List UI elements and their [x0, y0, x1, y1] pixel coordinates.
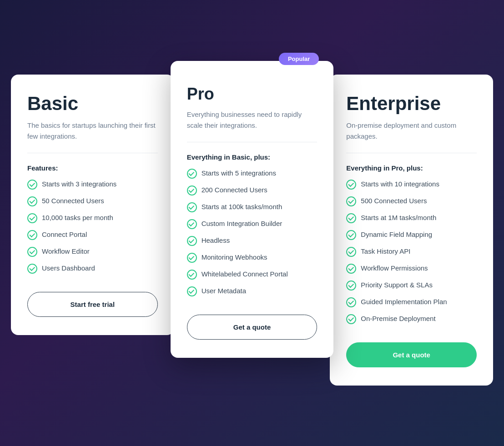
feature-text: Starts with 3 integrations: [42, 179, 116, 189]
feature-text: Monitoring Webhooks: [202, 252, 267, 262]
feature-text: 50 Connected Users: [42, 196, 104, 205]
list-item: Starts with 10 integrations: [346, 179, 477, 190]
check-icon: [27, 196, 37, 206]
enterprise-features-list: Starts with 10 integrations500 Connected…: [346, 179, 477, 324]
basic-divider: [27, 153, 158, 153]
list-item: 200 Connected Users: [187, 185, 318, 195]
basic-features-label: Features:: [27, 164, 158, 172]
list-item: Users Dashboard: [27, 263, 158, 274]
feature-text: Priority Support & SLAs: [361, 280, 433, 290]
check-icon: [27, 230, 37, 240]
enterprise-divider: [346, 153, 477, 153]
check-icon: [346, 247, 356, 257]
check-icon: [346, 281, 356, 291]
check-icon: [187, 219, 197, 229]
feature-text: 500 Connected Users: [361, 196, 427, 205]
list-item: 10,000 tasks per month: [27, 213, 158, 223]
check-icon: [187, 270, 197, 280]
pricing-container: Basic The basics for startups launching …: [11, 61, 493, 386]
list-item: On-Premise Deployment: [346, 314, 477, 324]
pro-features-label: Everything in Basic, plus:: [187, 153, 318, 161]
basic-features-list: Starts with 3 integrations50 Connected U…: [27, 179, 158, 274]
feature-text: Headless: [202, 236, 230, 245]
enterprise-features-label: Everything in Pro, plus:: [346, 164, 477, 172]
check-icon: [187, 202, 197, 212]
list-item: Guided Implementation Plan: [346, 297, 477, 307]
list-item: Custom Integration Builder: [187, 219, 318, 229]
list-item: Workflow Permissions: [346, 263, 477, 274]
feature-text: 200 Connected Users: [202, 185, 267, 195]
feature-text: Connect Portal: [42, 230, 87, 239]
list-item: Starts at 1M tasks/month: [346, 213, 477, 223]
list-item: Starts with 3 integrations: [27, 179, 158, 190]
feature-text: Users Dashboard: [42, 263, 95, 273]
list-item: Connect Portal: [27, 230, 158, 240]
basic-plan-name: Basic: [27, 93, 158, 115]
feature-text: Starts at 100k tasks/month: [202, 202, 282, 211]
feature-text: Starts with 5 integrations: [202, 168, 276, 178]
check-icon: [346, 180, 356, 190]
list-item: Whitelabeled Connect Portal: [187, 269, 318, 280]
enterprise-plan-name: Enterprise: [346, 93, 477, 115]
feature-text: Dynamic Field Mapping: [361, 230, 432, 239]
list-item: Workflow Editor: [27, 246, 158, 257]
feature-text: Workflow Editor: [42, 246, 90, 256]
list-item: Priority Support & SLAs: [346, 280, 477, 291]
check-icon: [346, 297, 356, 307]
check-icon: [187, 169, 197, 179]
check-icon: [346, 264, 356, 274]
check-icon: [27, 213, 37, 223]
feature-text: Task History API: [361, 246, 410, 256]
enterprise-card: Enterprise On-premise deployment and cus…: [330, 75, 493, 386]
list-item: 500 Connected Users: [346, 196, 477, 206]
pro-features-list: Starts with 5 integrations200 Connected …: [187, 168, 318, 296]
feature-text: 10,000 tasks per month: [42, 213, 113, 222]
list-item: Headless: [187, 236, 318, 246]
basic-card: Basic The basics for startups launching …: [11, 75, 174, 335]
popular-badge: Popular: [279, 53, 319, 65]
feature-text: Guided Implementation Plan: [361, 297, 447, 306]
check-icon: [346, 230, 356, 240]
check-icon: [346, 213, 356, 223]
feature-text: Starts at 1M tasks/month: [361, 213, 436, 222]
feature-text: Workflow Permissions: [361, 263, 428, 273]
list-item: 50 Connected Users: [27, 196, 158, 206]
enterprise-description: On-premise deployment and custom package…: [346, 120, 477, 142]
feature-text: On-Premise Deployment: [361, 314, 435, 323]
check-icon: [346, 196, 356, 206]
check-icon: [346, 314, 356, 324]
list-item: Task History API: [346, 246, 477, 257]
list-item: Starts at 100k tasks/month: [187, 202, 318, 212]
check-icon: [27, 264, 37, 274]
feature-text: Starts with 10 integrations: [361, 179, 439, 189]
feature-text: User Metadata: [202, 286, 246, 296]
basic-description: The basics for startups launching their …: [27, 120, 158, 142]
list-item: Dynamic Field Mapping: [346, 230, 477, 240]
pro-cta-button[interactable]: Get a quote: [187, 315, 318, 340]
list-item: Monitoring Webhooks: [187, 252, 318, 263]
feature-text: Custom Integration Builder: [202, 219, 282, 228]
check-icon: [187, 286, 197, 296]
basic-cta-button[interactable]: Start free trial: [27, 292, 158, 317]
pro-divider: [187, 142, 318, 142]
enterprise-cta-button[interactable]: Get a quote: [346, 342, 477, 367]
check-icon: [27, 180, 37, 190]
pro-plan-name: Pro: [187, 85, 318, 104]
check-icon: [187, 185, 197, 195]
check-icon: [187, 236, 197, 246]
pro-card: Popular Pro Everything businesses need t…: [171, 61, 334, 358]
check-icon: [27, 247, 37, 257]
pro-description: Everything businesses need to rapidly sc…: [187, 109, 318, 131]
list-item: User Metadata: [187, 286, 318, 296]
feature-text: Whitelabeled Connect Portal: [202, 269, 288, 279]
check-icon: [187, 253, 197, 263]
list-item: Starts with 5 integrations: [187, 168, 318, 179]
